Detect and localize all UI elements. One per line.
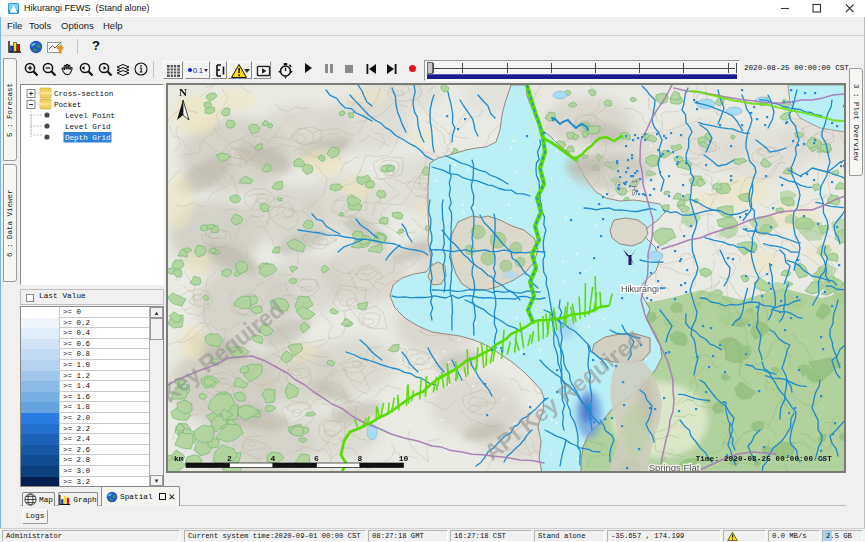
svg-text:Level Grid: Level Grid (65, 123, 111, 131)
svg-text:Time: 2020-08-25 00:00:00 CST: Time: 2020-08-25 00:00:00 CST (696, 455, 833, 463)
svg-text:8: 8 (358, 454, 363, 463)
svg-text:Depth Grid: Depth Grid (65, 134, 111, 142)
svg-text:6: 6 (314, 454, 319, 463)
svg-text:Springs Flat: Springs Flat (649, 462, 700, 471)
svg-text:SH 1: SH 1 (630, 179, 639, 196)
svg-text:km: km (174, 454, 184, 463)
svg-text:4: 4 (271, 454, 276, 463)
svg-text:Cross-section: Cross-section (54, 90, 113, 98)
svg-text:2: 2 (227, 454, 232, 463)
svg-text:10: 10 (399, 454, 409, 463)
svg-text:Pocket: Pocket (54, 101, 81, 109)
svg-text:N: N (179, 86, 187, 98)
svg-text:Hikurangi: Hikurangi (621, 284, 659, 294)
svg-text:Level Point: Level Point (65, 112, 115, 120)
